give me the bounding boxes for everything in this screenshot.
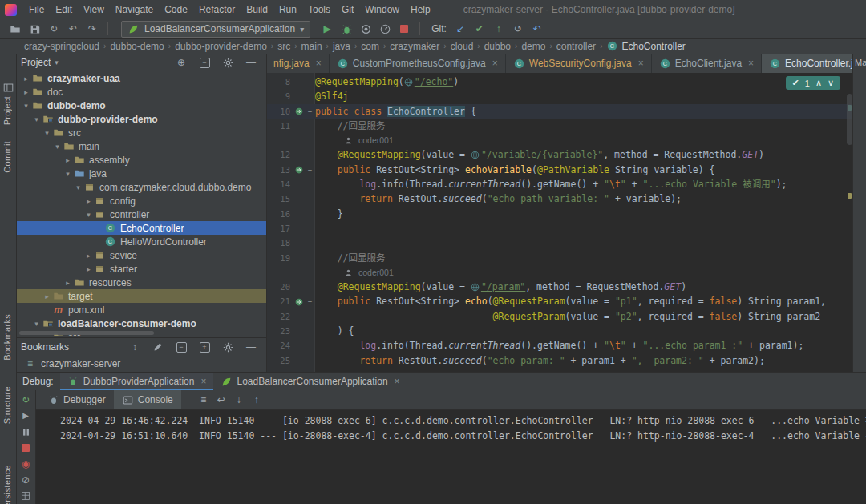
tree-item-doc[interactable]: ▸doc xyxy=(16,85,266,99)
breadcrumb-item-dubbo-demo[interactable]: dubbo-demo xyxy=(110,41,164,52)
scroll-up-icon[interactable]: ↑ xyxy=(248,392,265,408)
next-problem-icon[interactable]: ∨ xyxy=(828,78,834,88)
code-line-19[interactable]: 19 //回显服务 xyxy=(266,251,853,265)
code-line-15[interactable]: 15 return RestOut.succeed("echo path var… xyxy=(266,192,853,206)
view-breakpoints-icon[interactable]: ◉ xyxy=(18,458,34,470)
chevron-expanded-icon[interactable]: ▾ xyxy=(42,129,52,137)
rerun-icon[interactable]: ↻ xyxy=(18,393,34,406)
menu-file[interactable]: File xyxy=(23,2,50,17)
code-line-8[interactable]: 8@RequestMapping("/echo") xyxy=(266,75,853,89)
chevron-expanded-icon[interactable]: ▾ xyxy=(83,211,94,219)
breadcrumb-item-com[interactable]: com xyxy=(361,41,379,52)
tree-item-controller[interactable]: ▾controller xyxy=(16,208,266,221)
code-line-9[interactable]: 9@Slf4j xyxy=(266,89,853,103)
code-line-18[interactable]: 18 xyxy=(266,236,853,250)
chevron-collapsed-icon[interactable]: ▸ xyxy=(83,197,94,205)
stop-icon[interactable] xyxy=(395,21,413,37)
sync-icon[interactable]: ↻ xyxy=(45,21,63,37)
close-icon[interactable]: × xyxy=(200,376,206,387)
settings-icon[interactable] xyxy=(219,54,237,71)
breadcrumb-item-src[interactable]: src xyxy=(277,41,290,52)
code-line-21[interactable]: 21− public RestOut<String> echo(@Request… xyxy=(266,294,853,308)
menu-help[interactable]: Help xyxy=(405,2,436,17)
git-update-icon[interactable]: ↙ xyxy=(451,21,469,37)
menu-edit[interactable]: Edit xyxy=(50,2,78,17)
author-inlay[interactable]: coder001 xyxy=(266,265,853,280)
breadcrumb-item-cloud[interactable]: cloud xyxy=(451,41,474,52)
chevron-collapsed-icon[interactable]: ▸ xyxy=(63,156,73,164)
toolwindow-button-commit[interactable]: Commit xyxy=(2,141,12,173)
tree-item-config[interactable]: ▸config xyxy=(16,194,266,208)
coverage-icon[interactable] xyxy=(357,21,374,37)
tree-item-pom-xml[interactable]: mpom.xml xyxy=(16,303,266,317)
chevron-collapsed-icon[interactable]: ▸ xyxy=(83,252,94,260)
debug-icon[interactable] xyxy=(338,21,355,37)
edit-icon[interactable] xyxy=(149,339,167,355)
debug-session-tab-loadbalancerconsumerapplication[interactable]: LoadBalancerConsumerApplication× xyxy=(213,373,407,390)
tree-item-resources[interactable]: ▸resources xyxy=(16,276,266,289)
toolwindow-button-project[interactable]: Project xyxy=(2,96,12,125)
prev-problem-icon[interactable]: ∧ xyxy=(815,78,822,88)
toolwindow-button-bookmarks[interactable]: Bookmarks xyxy=(2,314,12,361)
code-editor[interactable]: 8@RequestMapping("/echo")9@Slf4j10−publi… xyxy=(266,73,853,372)
chevron-collapsed-icon[interactable]: ▸ xyxy=(21,75,31,83)
expand-all-icon[interactable]: + xyxy=(196,339,213,355)
resume-icon[interactable]: ▶ xyxy=(18,409,34,422)
layout-icon[interactable]: ≡ xyxy=(195,392,212,408)
tree-item-java[interactable]: ▾java xyxy=(16,167,266,180)
toolwindow-button-maven[interactable]: Maven xyxy=(855,58,866,67)
tree-item-sevice[interactable]: ▸sevice xyxy=(16,248,266,262)
toolwindow-button-persistence[interactable]: Persistence xyxy=(2,465,12,504)
hide-icon[interactable]: — xyxy=(242,339,260,355)
chevron-expanded-icon[interactable]: ▾ xyxy=(31,320,42,328)
settings-icon[interactable] xyxy=(219,339,237,355)
debug-session-tab-dubboproviderapplication[interactable]: DubboProviderApplication× xyxy=(60,373,214,390)
chevron-collapsed-icon[interactable]: ▸ xyxy=(21,88,31,96)
tree-item-dubbo-demo[interactable]: ▾dubbo-demo xyxy=(16,99,266,112)
tree-item-hellowordcontroller[interactable]: CHelloWordController xyxy=(16,235,266,248)
request-mapping-gutter-icon[interactable] xyxy=(293,296,305,308)
tree-item-loadbalancer-consumer-demo[interactable]: ▾loadBalancer-consumer-demo xyxy=(16,317,266,330)
code-line-16[interactable]: 16 } xyxy=(266,207,853,221)
collapse-all-icon[interactable]: − xyxy=(172,339,190,355)
code-line-24[interactable]: 24 log.info(Thread.currentThread().getNa… xyxy=(266,338,853,353)
code-line-14[interactable]: 14 log.info(Thread.currentThread().getNa… xyxy=(266,177,853,192)
close-icon[interactable]: × xyxy=(316,58,322,69)
menu-navigate[interactable]: Navigate xyxy=(110,2,159,17)
chevron-collapsed-icon[interactable]: ▸ xyxy=(42,292,52,300)
code-line-12[interactable]: 12 @RequestMapping(value = "/variable/{v… xyxy=(266,147,853,162)
code-line-23[interactable]: 23 ) { xyxy=(266,324,853,338)
tree-item-crazymaker-uaa[interactable]: ▸crazymaker-uaa xyxy=(16,71,266,85)
code-line-13[interactable]: 13− public RestOut<String> echoVariable(… xyxy=(266,163,853,177)
tree-item-main[interactable]: ▾main xyxy=(16,139,266,153)
breadcrumb-item-crazymaker[interactable]: crazymaker xyxy=(390,41,439,52)
menu-view[interactable]: View xyxy=(78,2,110,17)
code-line-20[interactable]: 20 @RequestMapping(value = "/param", met… xyxy=(266,280,853,294)
editor-tab-websecurityconfig-java[interactable]: CWebSecurityConfig.java× xyxy=(506,54,652,73)
breadcrumb-item-dubbo[interactable]: dubbo xyxy=(484,41,511,52)
editor-tab-customprometheusconfig-java[interactable]: CCustomPrometheusConfig.java× xyxy=(330,54,506,73)
chevron-expanded-icon[interactable]: ▾ xyxy=(21,102,31,110)
code-line-10[interactable]: 10−public class EchoController { xyxy=(266,104,853,119)
menu-window[interactable]: Window xyxy=(359,2,405,17)
close-icon[interactable]: × xyxy=(395,376,400,387)
run-configuration-select[interactable]: LoadBalancerConsumerApplication ▾ xyxy=(121,21,310,38)
project-panel-title[interactable]: Project ▾ xyxy=(21,57,59,68)
chevron-expanded-icon[interactable]: ▾ xyxy=(52,143,63,151)
code-line-11[interactable]: 11 //回显服务 xyxy=(266,119,853,133)
breadcrumb-item-crazy-springcloud[interactable]: crazy-springcloud xyxy=(24,41,99,52)
sort-icon[interactable]: ↕ xyxy=(126,339,144,355)
git-rollback-icon[interactable]: ↶ xyxy=(528,21,546,37)
tree-item-target[interactable]: ▸target xyxy=(16,289,266,303)
save-icon[interactable] xyxy=(26,21,43,37)
collapse-all-icon[interactable]: − xyxy=(196,54,213,71)
redo-icon[interactable]: ↷ xyxy=(83,21,101,37)
code-line-17[interactable]: 17 xyxy=(266,221,853,236)
inspections-widget[interactable]: ✔ 1 ∧ ∨ xyxy=(786,76,840,90)
scroll-down-icon[interactable]: ↓ xyxy=(230,392,248,408)
menu-code[interactable]: Code xyxy=(159,2,193,17)
tree-item-com-crazymaker-cloud-dubbo-demo[interactable]: ▾com.crazymaker.cloud.dubbo.demo xyxy=(16,180,266,194)
menu-refactor[interactable]: Refactor xyxy=(193,2,241,17)
editor-tab-echocontroller-java[interactable]: CEchoController.java× xyxy=(762,54,853,73)
profiler-icon[interactable] xyxy=(376,21,394,37)
